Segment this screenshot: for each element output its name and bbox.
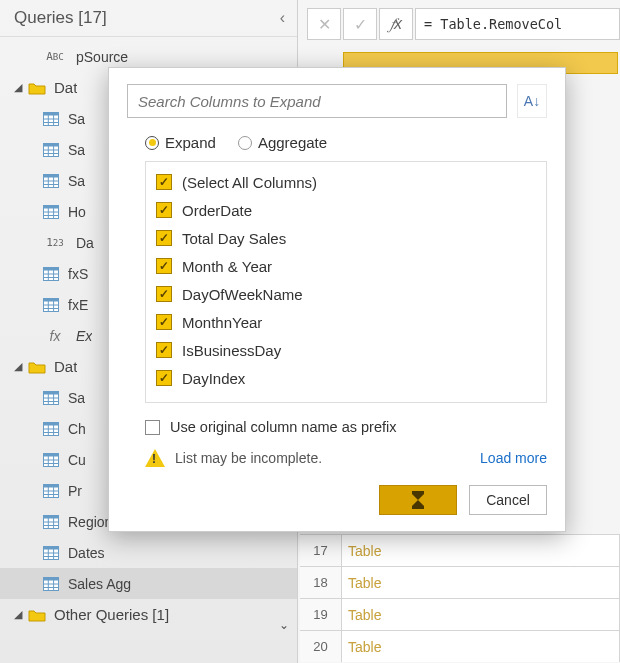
tree-item-label: Sales Agg: [68, 576, 131, 592]
tree-item-label: Sa: [68, 173, 85, 189]
column-label: IsBusinessDay: [182, 342, 281, 359]
tree-item-label: Da: [76, 235, 94, 251]
queries-title: Queries [17]: [14, 8, 107, 28]
tree-item-label: Dat: [54, 358, 77, 375]
tree-item-label: Pr: [68, 483, 82, 499]
column-option[interactable]: IsBusinessDay: [156, 336, 536, 364]
table-icon: [42, 266, 60, 282]
folder-icon: [28, 80, 46, 96]
tree-item-label: fxE: [68, 297, 88, 313]
svg-rect-7: [44, 143, 59, 146]
column-label: DayIndex: [182, 370, 245, 387]
formula-input[interactable]: = Table.RemoveCol: [415, 8, 620, 40]
radio-aggregate-label: Aggregate: [258, 134, 327, 151]
formula-fx-icon[interactable]: 𝑓x: [379, 8, 413, 40]
formula-cancel-icon[interactable]: ✕: [307, 8, 341, 40]
load-more-link[interactable]: Load more: [480, 450, 547, 466]
table-icon: [42, 173, 60, 189]
column-label: OrderDate: [182, 202, 252, 219]
svg-rect-67: [44, 546, 59, 549]
column-checkbox[interactable]: [156, 230, 172, 246]
cell-value[interactable]: Table: [342, 631, 620, 662]
tree-item-label: Ho: [68, 204, 86, 220]
column-checkbox[interactable]: [156, 342, 172, 358]
caret-icon: ◢: [14, 360, 24, 373]
tree-item-label: Ex: [76, 328, 92, 344]
column-label: Total Day Sales: [182, 230, 286, 247]
tree-item-label: Other Queries [1]: [54, 606, 169, 623]
svg-rect-13: [44, 174, 59, 177]
column-option[interactable]: OrderDate: [156, 196, 536, 224]
svg-rect-37: [44, 391, 59, 394]
hourglass-icon: [412, 491, 424, 509]
collapse-panel-icon[interactable]: ‹: [280, 9, 285, 27]
column-option[interactable]: DayOfWeekName: [156, 280, 536, 308]
prefix-option[interactable]: Use original column name as prefix: [145, 419, 547, 435]
svg-rect-73: [44, 577, 59, 580]
column-checkbox[interactable]: [156, 314, 172, 330]
column-option[interactable]: Month & Year: [156, 252, 536, 280]
table-icon: [42, 111, 60, 127]
table-icon: [42, 545, 60, 561]
caret-icon: ◢: [14, 608, 24, 621]
column-checkbox[interactable]: [156, 370, 172, 386]
table-row[interactable]: 19Table: [300, 598, 620, 630]
tree-item-label: Dat: [54, 79, 77, 96]
tree-item-label: Sa: [68, 390, 85, 406]
column-checkbox[interactable]: [156, 174, 172, 190]
mode-radio-group: Expand Aggregate: [127, 134, 547, 151]
cancel-button[interactable]: Cancel: [469, 485, 547, 515]
svg-rect-49: [44, 453, 59, 456]
column-option[interactable]: Total Day Sales: [156, 224, 536, 252]
column-checkbox[interactable]: [156, 258, 172, 274]
warning-icon: [145, 449, 165, 467]
sort-az-button[interactable]: A↓: [517, 84, 547, 118]
scroll-down-icon[interactable]: ⌄: [279, 618, 289, 632]
cell-value[interactable]: Table: [342, 535, 620, 566]
tree-item-label: fxS: [68, 266, 88, 282]
tree-item-label: pSource: [76, 49, 128, 65]
radio-expand-label: Expand: [165, 134, 216, 151]
row-number: 18: [300, 567, 342, 598]
text-type-icon: ABC: [42, 49, 68, 65]
table-icon: [42, 142, 60, 158]
search-columns-input[interactable]: [127, 84, 507, 118]
table-icon: [42, 297, 60, 313]
row-number: 19: [300, 599, 342, 630]
svg-rect-43: [44, 422, 59, 425]
radio-aggregate[interactable]: Aggregate: [238, 134, 327, 151]
formula-commit-icon[interactable]: ✓: [343, 8, 377, 40]
table-row[interactable]: 17Table: [300, 534, 620, 566]
sort-az-icon: A↓: [524, 93, 540, 109]
fx-icon: fx: [42, 328, 68, 344]
table-row[interactable]: 18Table: [300, 566, 620, 598]
radio-expand[interactable]: Expand: [145, 134, 216, 151]
tree-group[interactable]: ◢Other Queries [1]: [0, 599, 297, 630]
folder-icon: [28, 359, 46, 375]
column-option[interactable]: (Select All Columns): [156, 168, 536, 196]
caret-icon: ◢: [14, 81, 24, 94]
folder-icon: [28, 607, 46, 623]
prefix-checkbox[interactable]: [145, 420, 160, 435]
tree-item-label: Sa: [68, 111, 85, 127]
tree-item[interactable]: Dates: [0, 537, 297, 568]
table-icon: [42, 204, 60, 220]
ok-button[interactable]: [379, 485, 457, 515]
column-checkbox[interactable]: [156, 202, 172, 218]
table-row[interactable]: 20Table: [300, 630, 620, 662]
tree-item-label: Sa: [68, 142, 85, 158]
cell-value[interactable]: Table: [342, 599, 620, 630]
warning-text: List may be incomplete.: [175, 450, 322, 466]
prefix-label: Use original column name as prefix: [170, 419, 396, 435]
tree-item[interactable]: Sales Agg: [0, 568, 297, 599]
formula-bar: ✕ ✓ 𝑓x = Table.RemoveCol: [307, 7, 620, 41]
queries-header: Queries [17] ‹: [0, 0, 297, 37]
svg-rect-31: [44, 298, 59, 301]
column-option[interactable]: DayIndex: [156, 364, 536, 392]
expand-columns-popup: A↓ Expand Aggregate (Select All Columns)…: [108, 67, 566, 532]
cell-value[interactable]: Table: [342, 567, 620, 598]
svg-rect-19: [44, 205, 59, 208]
column-option[interactable]: MonthnYear: [156, 308, 536, 336]
radio-aggregate-dot: [238, 136, 252, 150]
column-checkbox[interactable]: [156, 286, 172, 302]
